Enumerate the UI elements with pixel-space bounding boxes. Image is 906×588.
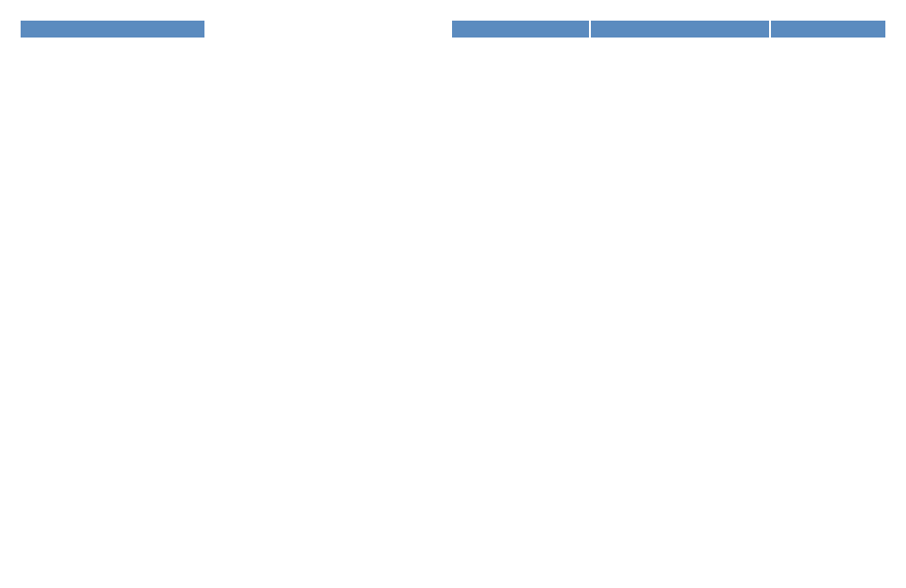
encoded-header: France: [451, 20, 590, 38]
encoded-header: Spain: [770, 20, 886, 38]
source-table: Country France Spain Germany Spain Germa…: [19, 19, 206, 38]
source-header: Country: [20, 20, 205, 38]
encoded-table: France Germany Spain 100 001 010 001 010…: [450, 19, 887, 38]
encoded-header: Germany: [590, 20, 771, 38]
